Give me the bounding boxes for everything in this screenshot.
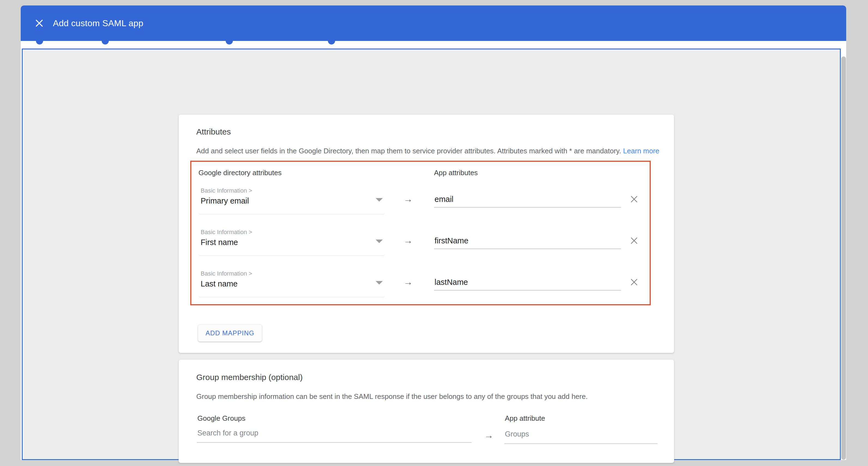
column-header-directory: Google directory attributes	[198, 169, 282, 177]
app-attribute-field	[434, 236, 621, 249]
close-icon-glyph	[34, 18, 44, 28]
attributes-description-text: Add and select user fields in the Google…	[196, 147, 621, 155]
group-card-description: Group membership information can be sent…	[196, 392, 588, 401]
vertical-scrollbar-thumb[interactable]	[841, 56, 846, 460]
add-mapping-button[interactable]: ADD MAPPING	[198, 324, 262, 342]
groups-app-attribute-field	[504, 430, 657, 444]
google-groups-label: Google Groups	[197, 414, 245, 423]
mapping-row: Basic Information > Last name →	[198, 270, 658, 303]
chevron-down-icon	[376, 281, 383, 285]
dialog-title: Add custom SAML app	[53, 18, 144, 28]
remove-mapping-button[interactable]	[628, 276, 640, 288]
app-attribute-input[interactable]	[434, 236, 621, 249]
app-attribute-input[interactable]	[434, 278, 621, 291]
mapping-row: Basic Information > First name →	[198, 229, 658, 261]
remove-icon	[630, 195, 638, 203]
group-search-input[interactable]	[197, 429, 472, 443]
attribute-selected-value: Last name	[200, 280, 238, 288]
arrow-right-icon: →	[484, 430, 493, 441]
arrow-right-icon: →	[403, 276, 420, 287]
directory-attribute-select[interactable]: Basic Information > Last name	[198, 270, 385, 297]
mapping-row: Basic Information > Primary email →	[198, 187, 658, 220]
app-attribute-field	[434, 195, 621, 208]
attribute-category-label: Basic Information >	[200, 229, 252, 236]
learn-more-link[interactable]: Learn more	[623, 147, 659, 155]
arrow-right-icon: →	[403, 235, 420, 246]
add-saml-app-dialog: Add custom SAML app Attributes Add and s…	[21, 5, 846, 460]
app-attribute-field	[434, 278, 621, 291]
attributes-card-title: Attributes	[196, 127, 231, 137]
dialog-header: Add custom SAML app	[21, 5, 846, 41]
attribute-category-label: Basic Information >	[200, 187, 252, 194]
groups-app-attribute-input[interactable]	[504, 430, 657, 444]
attribute-selected-value: First name	[200, 238, 238, 247]
attributes-card-description: Add and select user fields in the Google…	[196, 147, 659, 155]
group-search-field	[197, 429, 472, 443]
attribute-selected-value: Primary email	[200, 197, 249, 205]
screen: Add custom SAML app Attributes Add and s…	[0, 0, 868, 466]
attribute-category-label: Basic Information >	[200, 270, 252, 277]
remove-icon	[630, 237, 638, 245]
chevron-down-icon	[376, 198, 383, 202]
chevron-down-icon	[376, 239, 383, 243]
remove-mapping-button[interactable]	[628, 193, 640, 205]
arrow-right-icon: →	[403, 194, 420, 204]
directory-attribute-select[interactable]: Basic Information > First name	[198, 229, 385, 256]
group-card-title: Group membership (optional)	[196, 373, 303, 382]
attributes-card: Attributes Add and select user fields in…	[179, 114, 674, 353]
app-attribute-label: App attribute	[505, 414, 545, 423]
app-attribute-input[interactable]	[434, 195, 621, 208]
remove-icon	[630, 278, 638, 286]
group-membership-card: Group membership (optional) Group member…	[179, 359, 674, 463]
close-icon[interactable]	[33, 17, 46, 30]
remove-mapping-button[interactable]	[628, 235, 640, 246]
content-area: Attributes Add and select user fields in…	[22, 49, 841, 460]
directory-attribute-select[interactable]: Basic Information > Primary email	[198, 187, 385, 214]
column-header-app: App attributes	[434, 169, 477, 177]
